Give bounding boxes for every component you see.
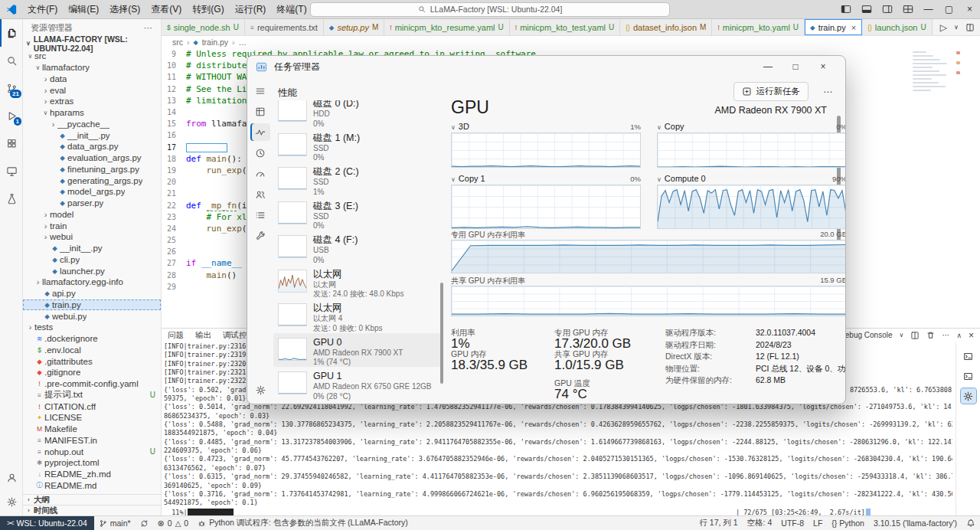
tree-item-__pycache__[interactable]: ›__pycache__ [23,119,161,130]
tm-close-button[interactable]: × [809,57,837,77]
remote-indicator[interactable]: >< WSL: Ubuntu-22.04 [0,516,94,530]
run-and-debug-icon[interactable]: 1 [0,102,23,129]
tab-minicpm_kto.yaml[interactable]: !minicpm_kto.yamlU [712,19,805,35]
tree-item-README.md[interactable]: ⓘREADME.md [23,480,161,492]
tree-item-.gitignore[interactable]: ◆.gitignore [23,367,161,378]
tab-single_node.sh[interactable]: $single_node.shU [162,19,245,35]
tab-minicpm_kto_test.yaml[interactable]: !minicpm_kto_test.yamlU [510,19,620,35]
tree-item-webui.py[interactable]: ◆webui.py [23,310,161,322]
breadcrumb-item[interactable]: src [172,38,183,47]
tree-item-src[interactable]: ∨src [23,51,161,62]
tree-item-.env.local[interactable]: $.env.local [23,345,161,356]
tm-list-item-GPU 1[interactable]: GPU 1AMD Radeon RX 6750 GRE 12GB0% (28 °… [273,367,443,401]
tab-dataset_info.json[interactable]: {}dataset_info.jsonM [620,19,712,35]
tree-item-CITATION.cff[interactable]: !CITATION.cff [23,401,161,412]
tree-item-hparams[interactable]: ∨hparams [23,107,161,119]
tm-maximize-button[interactable]: □ [782,57,809,77]
remote-explorer-icon[interactable] [0,157,23,185]
tree-item-nohup.out[interactable]: ≡nohup.outU [23,446,161,457]
tm-list-item-磁盘 0 (D:)[interactable]: 磁盘 0 (D:)HDD0% [273,100,443,129]
tree-item-launcher.py[interactable]: ◆launcher.py [23,265,161,276]
tree-item-LICENSE[interactable]: ✦LICENSE [23,412,161,424]
tree-item-pyproject.toml[interactable]: ✱pyproject.toml [23,457,161,469]
chart-label-3D[interactable]: ∨3D [451,122,469,131]
tree-item-.dockerignore[interactable]: ≋.dockerignore [23,333,161,345]
split-panel-icon[interactable] [910,331,920,340]
panel-close-icon[interactable]: × [969,330,974,341]
tm-users-icon[interactable] [250,185,270,203]
tree-item-llamafactory.egg-info[interactable]: ›llamafactory.egg-info [23,276,161,288]
menu-item-5[interactable]: 运行(R) [230,1,272,18]
tm-services-icon[interactable] [250,227,270,244]
tree-root-folder[interactable]: ∨ LLAMA-FACTORY [WSL: UBUNTU-22.04] [23,36,161,51]
console-settings-icon[interactable] [961,388,976,404]
search-icon[interactable] [0,47,23,74]
layout-sidebar-left-icon[interactable] [835,0,856,19]
chart-label-Copy 1[interactable]: ∨Copy 1 [451,174,485,183]
layout-sidebar-right-icon[interactable] [877,0,897,19]
tree-item-.gitattributes[interactable]: ◆.gitattributes [23,355,161,367]
tree-item-README_zh.md[interactable]: ↓README_zh.md [23,469,161,480]
tree-item-.pre-commit-config.yaml[interactable]: !.pre-commit-config.yaml [23,378,161,390]
tm-list-item-磁盘 3 (E:)[interactable]: 磁盘 3 (E:)SSD0% [273,197,443,231]
tm-list-scrollbar[interactable] [440,283,443,384]
tree-item-train[interactable]: ›train [23,220,161,231]
explorer-more-icon[interactable]: ⋯ [144,23,153,33]
console-dropdown-icon[interactable]: ∨ [900,332,904,339]
tab-requirements.txt[interactable]: ≡requirements.txt [245,19,324,35]
tree-item-api.py[interactable]: ◆api.py [23,288,161,299]
python-console-icon[interactable] [961,348,976,364]
problems-indicator[interactable]: ⊗0△0 [153,516,194,530]
menu-item-3[interactable]: 查看(V) [145,1,187,18]
tab-close-icon[interactable]: × [851,23,856,32]
tree-item-MANIFEST.in[interactable]: ≡MANIFEST.in [23,435,161,447]
tm-details-icon[interactable] [250,206,270,224]
clear-console-icon[interactable] [926,331,935,339]
tm-minimize-button[interactable]: — [754,57,782,77]
tm-list-item-以太网[interactable]: 以太网以太网发送: 24.0 接收: 48.0 Kbps [273,265,443,299]
tm-settings-icon[interactable] [250,381,270,399]
eol[interactable]: LF [808,516,827,530]
task-manager-titlebar[interactable]: 任务管理器 — □ × [247,56,845,77]
tree-item-__init__.py[interactable]: ◆__init__.py [23,129,161,141]
tm-performance-icon[interactable] [250,123,270,141]
account-icon[interactable] [0,463,23,491]
minimize-button[interactable]: — [918,0,939,19]
tree-item-model[interactable]: ›model [23,209,161,221]
python-interpreter[interactable]: 3.10.15 ('llama-factory') [869,516,962,530]
run-python-file-icon[interactable]: ▷ [940,22,947,33]
tab-minicpm_kto_resume.yaml[interactable]: !minicpm_kto_resume.yamlU [384,19,509,35]
menu-item-0[interactable]: 文件(F) [22,1,63,18]
breadcrumb-item[interactable]: … [239,38,247,47]
tab-setup.py[interactable]: ◆setup.pyM [324,19,384,35]
explorer-icon[interactable] [0,19,23,47]
tree-item-__init__.py[interactable]: ◆__init__.py [23,243,161,254]
outline-section[interactable]: ›大纲 [23,494,161,505]
tm-list-item-磁盘 1 (M:)[interactable]: 磁盘 1 (M:)SSD0% [273,129,443,163]
settings-gear-icon[interactable] [0,488,23,515]
testing-icon[interactable] [0,185,23,212]
cursor-position[interactable]: 行 17, 列 1 [694,516,742,530]
breadcrumb[interactable]: src›◆train.py›… [162,36,980,48]
sync-button[interactable] [136,516,153,530]
tree-item-data_args.py[interactable]: ◆data_args.py [23,141,161,152]
tree-item-llamafactory[interactable]: ∨llamafactory [23,62,161,74]
command-center[interactable]: LLaMA-Factory [WSL: Ubuntu-22.04] [310,2,670,17]
tm-startup-apps-icon[interactable] [250,165,270,182]
chart-label-Compute 0[interactable]: ∨Compute 0 [657,174,706,183]
panel-tab-输出[interactable]: 输出 [195,330,211,341]
panel-tab-问题[interactable]: 问题 [168,330,184,341]
maximize-button[interactable]: ▢ [939,0,959,19]
breadcrumb-item[interactable]: train.py [202,38,228,47]
layout-customize-icon[interactable] [897,0,918,19]
tree-item-webui[interactable]: ›webui [23,231,161,243]
tm-list-item-磁盘 4 (F:)[interactable]: 磁盘 4 (F:)USB0% [273,231,443,265]
tree-item-data[interactable]: ›data [23,74,161,85]
panel-maximize-icon[interactable]: ∧ [956,332,962,339]
menu-item-2[interactable]: 选择(S) [104,1,145,18]
indentation[interactable]: 空格: 4 [743,516,777,530]
tree-item-Makefile[interactable]: MMakefile [23,424,161,435]
tm-app-history-icon[interactable] [250,144,270,162]
extensions-icon[interactable] [0,129,23,157]
tree-item-generating_args.py[interactable]: ◆generating_args.py [23,175,161,186]
